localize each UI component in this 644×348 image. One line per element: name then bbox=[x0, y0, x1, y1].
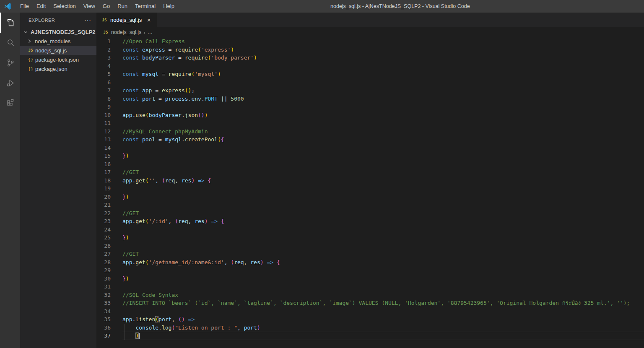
code-line-31[interactable]: 31 bbox=[96, 283, 644, 291]
line-number[interactable]: 37 bbox=[96, 332, 111, 340]
code-line-25[interactable]: 25}) bbox=[96, 234, 644, 242]
code-line-8[interactable]: 8const port = process.env.PORT || 5000 bbox=[96, 95, 644, 103]
source-control-icon[interactable] bbox=[0, 53, 20, 73]
breadcrumb-more[interactable]: … bbox=[148, 29, 153, 35]
code-line-16[interactable]: 16 bbox=[96, 160, 644, 169]
line-content[interactable] bbox=[122, 283, 644, 291]
line-content[interactable]: const pool = mysql.createPool({ bbox=[122, 135, 644, 144]
line-number[interactable]: 30 bbox=[96, 275, 111, 283]
line-number[interactable]: 5 bbox=[96, 70, 111, 78]
tab-close-icon[interactable]: × bbox=[145, 16, 153, 23]
line-content[interactable] bbox=[122, 184, 644, 193]
line-content[interactable]: const express = require('express') bbox=[122, 46, 644, 54]
code-line-4[interactable]: 4 bbox=[96, 62, 644, 70]
tree-item-nodejs-sql-js[interactable]: JSnodejs_sql.js bbox=[20, 46, 96, 55]
tree-item-node-modules[interactable]: node_modules bbox=[20, 36, 96, 46]
code-line-35[interactable]: 35app.listen(port, () => bbox=[96, 315, 644, 324]
code-line-22[interactable]: 22//GET bbox=[96, 209, 644, 218]
line-content[interactable]: //GET bbox=[122, 209, 644, 218]
line-content[interactable]: const bodyParser = require('body-parser'… bbox=[122, 54, 644, 62]
line-number[interactable]: 25 bbox=[96, 234, 111, 242]
line-content[interactable]: app.get('/:id', (req, res) => { bbox=[122, 217, 644, 226]
line-number[interactable]: 21 bbox=[96, 201, 111, 209]
line-content[interactable]: const mysql = require('mysql') bbox=[122, 70, 644, 78]
line-content[interactable] bbox=[122, 103, 644, 111]
code-line-32[interactable]: 32//SQL Code Syntax bbox=[96, 291, 644, 299]
line-number[interactable]: 1 bbox=[96, 37, 111, 46]
line-content[interactable]: //Open Call Express bbox=[122, 37, 644, 46]
line-content[interactable]: ) bbox=[122, 332, 644, 340]
line-number[interactable]: 17 bbox=[96, 168, 111, 177]
code-line-24[interactable]: 24 bbox=[96, 226, 644, 234]
line-content[interactable]: //MySQL Connect phpMyAdmin bbox=[122, 127, 644, 136]
line-number[interactable]: 2 bbox=[96, 46, 111, 54]
code-line-27[interactable]: 27//GET bbox=[96, 250, 644, 258]
line-content[interactable]: }) bbox=[122, 152, 644, 160]
line-number[interactable]: 18 bbox=[96, 177, 111, 185]
menu-help[interactable]: Help bbox=[159, 0, 178, 13]
code-line-10[interactable]: 10app.use(bodyParser.json()) bbox=[96, 111, 644, 119]
line-number[interactable]: 19 bbox=[96, 184, 111, 193]
menu-terminal[interactable]: Terminal bbox=[131, 0, 159, 13]
line-number[interactable]: 11 bbox=[96, 119, 111, 127]
code-line-11[interactable]: 11 bbox=[96, 119, 644, 127]
code-line-14[interactable]: 14 bbox=[96, 144, 644, 152]
line-number[interactable]: 34 bbox=[96, 307, 111, 316]
line-content[interactable] bbox=[122, 266, 644, 275]
code-line-28[interactable]: 28app.get('/getname_id/:name&:id', (req,… bbox=[96, 258, 644, 267]
line-content[interactable] bbox=[122, 201, 644, 209]
line-content[interactable]: app.use(bodyParser.json()) bbox=[122, 111, 644, 119]
line-number[interactable]: 27 bbox=[96, 250, 111, 258]
line-number[interactable]: 12 bbox=[96, 127, 111, 136]
line-number[interactable]: 20 bbox=[96, 193, 111, 201]
code-line-18[interactable]: 18app.get('', (req, res) => { bbox=[96, 177, 644, 185]
code-line-26[interactable]: 26 bbox=[96, 242, 644, 250]
line-number[interactable]: 7 bbox=[96, 86, 111, 95]
line-content[interactable]: const port = process.env.PORT || 5000 bbox=[122, 95, 644, 103]
run-and-debug-icon[interactable] bbox=[0, 73, 20, 93]
line-content[interactable]: //SQL Code Syntax bbox=[122, 291, 644, 299]
tree-item-package-json[interactable]: {}package.json bbox=[20, 64, 96, 73]
line-content[interactable] bbox=[122, 307, 644, 316]
tree-root-folder[interactable]: AJNESTNODEJS_SQLP2 bbox=[20, 27, 96, 36]
line-number[interactable]: 23 bbox=[96, 217, 111, 226]
line-content[interactable]: //GET bbox=[122, 250, 644, 258]
menu-view[interactable]: View bbox=[80, 0, 99, 13]
explorer-more-actions-icon[interactable]: ··· bbox=[84, 17, 91, 23]
line-number[interactable]: 33 bbox=[96, 299, 111, 307]
line-number[interactable]: 26 bbox=[96, 242, 111, 250]
search-icon[interactable] bbox=[0, 33, 20, 53]
extensions-icon[interactable] bbox=[0, 93, 20, 113]
code-line-33[interactable]: 33//INSERT INTO `beers` (`id`, `name`, `… bbox=[96, 299, 644, 307]
line-content[interactable]: }) bbox=[122, 234, 644, 242]
code-line-12[interactable]: 12//MySQL Connect phpMyAdmin bbox=[96, 127, 644, 136]
line-content[interactable]: const app = express(); bbox=[122, 86, 644, 95]
tab-nodejs-sql-js[interactable]: JS nodejs_sql.js × bbox=[96, 13, 157, 27]
code-line-1[interactable]: 1//Open Call Express bbox=[96, 37, 644, 46]
menu-go[interactable]: Go bbox=[99, 0, 114, 13]
line-number[interactable]: 29 bbox=[96, 266, 111, 275]
line-content[interactable] bbox=[122, 62, 644, 70]
line-content[interactable] bbox=[122, 119, 644, 127]
line-number[interactable]: 14 bbox=[96, 144, 111, 152]
code-line-19[interactable]: 19 bbox=[96, 184, 644, 193]
line-content[interactable] bbox=[122, 78, 644, 87]
code-line-2[interactable]: 2const express = require('express') bbox=[96, 46, 644, 54]
line-number[interactable]: 32 bbox=[96, 291, 111, 299]
line-number[interactable]: 3 bbox=[96, 54, 111, 62]
menu-selection[interactable]: Selection bbox=[49, 0, 79, 13]
code-line-5[interactable]: 5const mysql = require('mysql') bbox=[96, 70, 644, 78]
line-content[interactable]: app.get('', (req, res) => { bbox=[122, 177, 644, 185]
breadcrumb-file[interactable]: nodejs_sql.js bbox=[111, 29, 141, 35]
line-content[interactable]: //GET bbox=[122, 168, 644, 177]
code-line-29[interactable]: 29 bbox=[96, 266, 644, 275]
line-number[interactable]: 28 bbox=[96, 258, 111, 267]
line-number[interactable]: 4 bbox=[96, 62, 111, 70]
line-number[interactable]: 6 bbox=[96, 78, 111, 87]
line-content[interactable] bbox=[122, 242, 644, 250]
line-content[interactable]: app.get('/getname_id/:name&:id', (req, r… bbox=[122, 258, 644, 267]
line-number[interactable]: 35 bbox=[96, 315, 111, 324]
menu-edit[interactable]: Edit bbox=[33, 0, 49, 13]
line-number[interactable]: 8 bbox=[96, 95, 111, 103]
line-number[interactable]: 15 bbox=[96, 152, 111, 160]
